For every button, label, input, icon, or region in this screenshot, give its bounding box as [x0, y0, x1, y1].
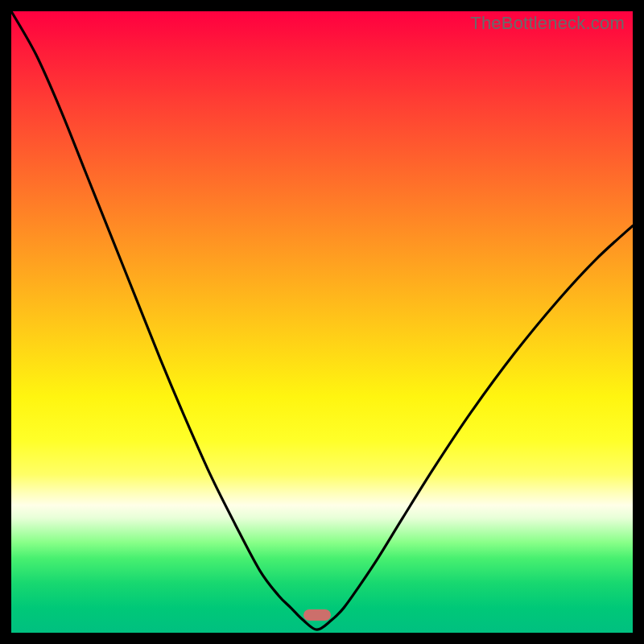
bottleneck-curve: [11, 11, 633, 633]
chart-frame: TheBottleneck.com: [0, 0, 644, 644]
optimal-marker: [303, 609, 331, 621]
watermark-text: TheBottleneck.com: [470, 13, 625, 34]
plot-area: TheBottleneck.com: [11, 11, 633, 633]
